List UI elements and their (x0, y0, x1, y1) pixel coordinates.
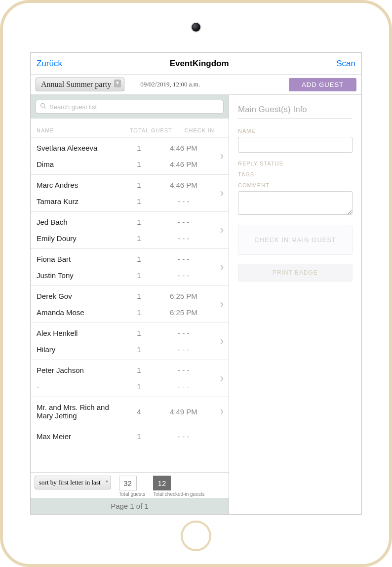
guest-name: - (37, 382, 118, 391)
tags-label: TAGS (238, 171, 353, 177)
chevron-right-icon[interactable]: › (220, 224, 224, 237)
body-split: NAME TOTAL GUEST CHECK IN Svetlana Alexe… (31, 95, 361, 514)
comment-label: COMMENT (238, 182, 353, 188)
guest-name: Max Meier (37, 432, 118, 441)
search-icon (40, 103, 46, 111)
guest-group[interactable]: Derek Gov16:25 PMAmanda Mose16:25 PM› (31, 286, 229, 323)
guest-row[interactable]: Max Meier1- - - (31, 428, 229, 445)
event-dropdown[interactable]: Annual Summer party (36, 78, 124, 91)
col-total: TOTAL GUEST (126, 127, 176, 133)
svg-point-0 (41, 104, 45, 108)
chevron-right-icon[interactable]: › (220, 150, 224, 162)
guest-row[interactable]: Mr. and Mrs. Rich and Mary Jetting44:49 … (31, 399, 229, 424)
guest-row[interactable]: Marc Andres14:46 PM (31, 177, 229, 193)
chevron-right-icon[interactable]: › (220, 372, 224, 385)
guest-row[interactable]: Justin Tony1- - - (31, 267, 229, 284)
chevron-right-icon[interactable]: › (220, 335, 224, 348)
guest-name: Fiona Bart (37, 255, 118, 263)
guest-row[interactable]: Peter Jachson1- - - (31, 362, 229, 378)
back-button[interactable]: Zurück (37, 59, 62, 69)
guest-list-pane: NAME TOTAL GUEST CHECK IN Svetlana Alexe… (31, 95, 229, 514)
col-checkin: CHECK IN (176, 127, 223, 133)
guest-name: Mr. and Mrs. Rich and Mary Jetting (37, 403, 118, 420)
guest-checkin: - - - (159, 382, 208, 391)
guest-row[interactable]: Hilary1- - - (31, 341, 229, 358)
guest-group[interactable]: Mr. and Mrs. Rich and Mary Jetting44:49 … (31, 397, 229, 426)
guest-group[interactable]: Fiona Bart1- - -Justin Tony1- - -› (31, 249, 229, 286)
guest-total: 1 (118, 366, 159, 374)
guest-row[interactable]: Emily Doury1- - - (31, 230, 229, 246)
guest-group[interactable]: Svetlana Alexeeva14:46 PMDima14:46 PM› (31, 138, 229, 175)
guest-total: 1 (118, 181, 159, 189)
tablet-device-frame: Zurück EventKingdom Scan Annual Summer p… (0, 0, 392, 567)
guest-name: Svetlana Alexeeva (37, 144, 118, 152)
guest-row[interactable]: Derek Gov16:25 PM (31, 288, 229, 304)
guest-total: 1 (118, 382, 159, 391)
guest-name: Peter Jachson (37, 366, 118, 374)
checkedin-count: 12 (153, 476, 171, 490)
guest-row[interactable]: Svetlana Alexeeva14:46 PM (31, 140, 229, 156)
guest-total: 1 (118, 345, 159, 354)
guest-row[interactable]: Fiona Bart1- - - (31, 251, 229, 267)
name-label: NAME (238, 128, 353, 134)
guest-checkin: 4:49 PM (159, 407, 208, 416)
name-field[interactable] (238, 137, 353, 153)
total-guests-box: 32 Total guests (119, 476, 145, 497)
guest-row[interactable]: Jed Bach1- - - (31, 214, 229, 230)
guest-checkin: - - - (159, 197, 208, 205)
guest-rows[interactable]: Svetlana Alexeeva14:46 PMDima14:46 PM›Ma… (31, 138, 229, 472)
guest-name: Marc Andres (37, 181, 118, 189)
guest-row[interactable]: -1- - - (31, 378, 229, 395)
toolbar: Annual Summer party 09/02/2019, 12:00 a.… (31, 75, 361, 95)
search-box[interactable] (36, 100, 224, 114)
guest-total: 1 (118, 218, 159, 226)
guest-total: 4 (118, 407, 159, 416)
chevron-right-icon[interactable]: › (220, 405, 224, 418)
scan-button[interactable]: Scan (336, 59, 355, 69)
guest-name: Derek Gov (37, 292, 118, 300)
add-guest-button[interactable]: ADD GUEST (289, 78, 356, 91)
guest-name: Emily Doury (37, 234, 118, 243)
guest-total: 1 (118, 308, 159, 317)
comment-field[interactable] (238, 191, 353, 215)
app-title: EventKingdom (170, 59, 229, 69)
guest-name: Justin Tony (37, 271, 118, 280)
guest-row[interactable]: Alex Henkell1- - - (31, 325, 229, 341)
guest-name: Tamara Kurz (37, 197, 118, 205)
guest-group[interactable]: Max Meier1- - - (31, 426, 229, 446)
guest-checkin: - - - (159, 329, 208, 337)
guest-name: Dima (37, 160, 118, 168)
print-badge-button[interactable]: PRINT BADGE (238, 264, 353, 282)
total-guests-count: 32 (119, 476, 137, 490)
svg-line-1 (44, 107, 45, 108)
guest-total: 1 (118, 292, 159, 300)
table-header: NAME TOTAL GUEST CHECK IN (31, 119, 229, 138)
checkin-main-guest-button[interactable]: CHECK IN MAIN GUEST (238, 225, 353, 255)
search-input[interactable] (49, 103, 219, 111)
sort-dropdown[interactable]: sort by first letter in last (35, 476, 111, 489)
guest-checkin: - - - (159, 271, 208, 280)
guest-row[interactable]: Dima14:46 PM (31, 156, 229, 172)
guest-checkin: 4:46 PM (159, 160, 208, 168)
guest-group[interactable]: Marc Andres14:46 PMTamara Kurz1- - -› (31, 175, 229, 212)
guest-name: Hilary (37, 345, 118, 354)
guest-group[interactable]: Alex Henkell1- - -Hilary1- - -› (31, 323, 229, 360)
chevron-right-icon[interactable]: › (220, 298, 224, 311)
navbar: Zurück EventKingdom Scan (31, 53, 361, 75)
guest-group[interactable]: Peter Jachson1- - --1- - -› (31, 360, 229, 397)
guest-total: 1 (118, 255, 159, 263)
chevron-right-icon[interactable]: › (220, 261, 224, 274)
reply-status-label: REPLY STATUS (238, 161, 353, 166)
chevron-right-icon[interactable]: › (220, 187, 224, 200)
guest-checkin: 6:25 PM (159, 292, 208, 300)
guest-total: 1 (118, 432, 159, 441)
guest-row[interactable]: Amanda Mose16:25 PM (31, 304, 229, 321)
guest-checkin: - - - (159, 345, 208, 354)
guest-group[interactable]: Jed Bach1- - -Emily Doury1- - -› (31, 212, 229, 249)
guest-total: 1 (118, 329, 159, 337)
search-wrap (31, 95, 229, 119)
home-button[interactable] (183, 523, 209, 549)
guest-checkin: 4:46 PM (159, 144, 208, 152)
guest-row[interactable]: Tamara Kurz1- - - (31, 193, 229, 209)
guest-checkin: - - - (159, 366, 208, 374)
